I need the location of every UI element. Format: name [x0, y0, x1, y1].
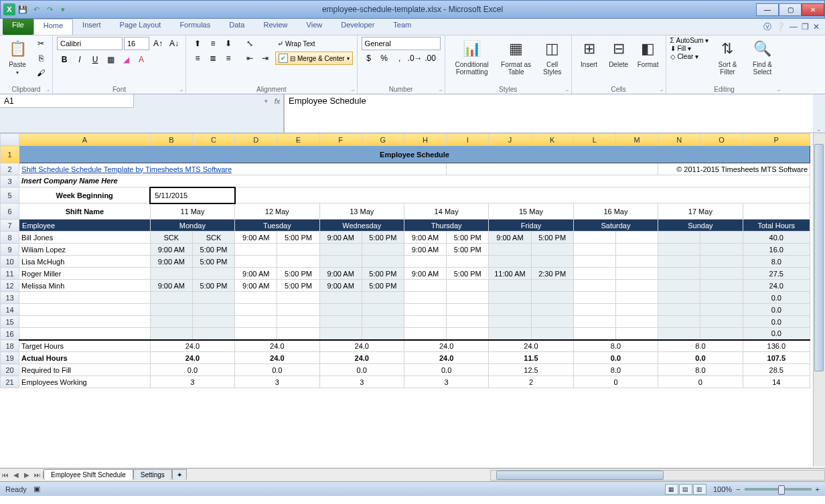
schedule-cell[interactable]: [615, 232, 658, 244]
col-header-P[interactable]: P: [743, 134, 810, 146]
summary-cell[interactable]: 8.0: [658, 340, 743, 352]
schedule-cell[interactable]: [658, 280, 700, 292]
schedule-cell[interactable]: [658, 304, 700, 316]
col-header-H[interactable]: H: [404, 134, 446, 146]
zoom-in-icon[interactable]: +: [816, 485, 820, 493]
schedule-cell[interactable]: [573, 268, 615, 280]
redo-icon[interactable]: ↷: [44, 3, 56, 15]
schedule-cell[interactable]: [192, 316, 234, 328]
schedule-cell[interactable]: 5:00 PM: [277, 280, 319, 292]
summary-cell[interactable]: 0: [573, 376, 658, 388]
schedule-cell[interactable]: 5:00 PM: [277, 268, 319, 280]
col-header-I[interactable]: I: [447, 134, 489, 146]
schedule-cell[interactable]: [615, 316, 658, 328]
tab-insert[interactable]: Insert: [73, 19, 110, 35]
summary-cell[interactable]: 24.0: [235, 352, 319, 364]
schedule-cell[interactable]: 9:00 AM: [489, 232, 531, 244]
total-hours-9[interactable]: 16.0: [743, 244, 810, 256]
vertical-scrollbar[interactable]: [813, 133, 825, 467]
schedule-cell[interactable]: 5:00 PM: [362, 232, 404, 244]
fx-icon[interactable]: fx: [271, 97, 283, 105]
employee-name-10[interactable]: Lisa McHugh: [19, 256, 151, 268]
align-middle-icon[interactable]: ≡: [206, 37, 220, 50]
schedule-cell[interactable]: [489, 304, 531, 316]
summary-total-19[interactable]: 107.5: [743, 352, 810, 364]
employee-name-16[interactable]: [19, 328, 151, 340]
minimize-ribbon-icon[interactable]: ⓥ: [763, 21, 771, 33]
schedule-cell[interactable]: [700, 256, 743, 268]
col-header-J[interactable]: J: [489, 134, 531, 146]
total-hours-13[interactable]: 0.0: [743, 292, 810, 304]
schedule-cell[interactable]: [235, 328, 277, 340]
schedule-cell[interactable]: 9:00 AM: [404, 244, 446, 256]
tab-view[interactable]: View: [297, 19, 332, 35]
employee-name-11[interactable]: Roger Miller: [19, 268, 151, 280]
schedule-cell[interactable]: [658, 292, 700, 304]
summary-cell[interactable]: 24.0: [235, 340, 319, 352]
row-header-1[interactable]: 1: [1, 146, 19, 163]
summary-cell[interactable]: 0.0: [150, 364, 234, 376]
schedule-cell[interactable]: 9:00 AM: [319, 232, 362, 244]
schedule-cell[interactable]: [700, 316, 743, 328]
tab-review[interactable]: Review: [254, 19, 297, 35]
total-hours-15[interactable]: 0.0: [743, 316, 810, 328]
schedule-cell[interactable]: [531, 256, 573, 268]
schedule-cell[interactable]: [700, 232, 743, 244]
schedule-cell[interactable]: [531, 316, 573, 328]
close-button[interactable]: ✕: [802, 3, 824, 16]
col-header-G[interactable]: G: [362, 134, 404, 146]
employee-name-13[interactable]: [19, 292, 151, 304]
schedule-cell[interactable]: [235, 244, 277, 256]
align-center-icon[interactable]: ≣: [206, 52, 220, 65]
summary-total-20[interactable]: 28.5: [743, 364, 810, 376]
schedule-cell[interactable]: 11:00 AM: [489, 268, 531, 280]
schedule-cell[interactable]: [319, 304, 362, 316]
summary-cell[interactable]: 24.0: [404, 340, 488, 352]
col-header-O[interactable]: O: [700, 134, 743, 146]
qat-customize-icon[interactable]: ▾: [57, 3, 69, 15]
schedule-cell[interactable]: 2:30 PM: [531, 268, 573, 280]
schedule-cell[interactable]: [404, 280, 446, 292]
schedule-cell[interactable]: [658, 316, 700, 328]
workbook-minimize-icon[interactable]: —: [790, 22, 798, 31]
tab-file[interactable]: File: [3, 19, 33, 35]
number-format-select[interactable]: [362, 37, 441, 50]
align-right-icon[interactable]: ≡: [221, 52, 236, 65]
summary-total-21[interactable]: 14: [743, 376, 810, 388]
total-hours-14[interactable]: 0.0: [743, 304, 810, 316]
template-link[interactable]: Shift Schedule Schedule Template by Time…: [19, 163, 447, 175]
employee-name-15[interactable]: [19, 316, 151, 328]
font-size-select[interactable]: [124, 37, 149, 50]
schedule-cell[interactable]: SCK: [150, 232, 192, 244]
col-header-K[interactable]: K: [531, 134, 573, 146]
row-header-2[interactable]: 2: [1, 163, 19, 175]
col-header-L[interactable]: L: [573, 134, 615, 146]
schedule-cell[interactable]: [615, 280, 658, 292]
schedule-cell[interactable]: [150, 316, 192, 328]
schedule-cell[interactable]: [658, 268, 700, 280]
schedule-cell[interactable]: 5:00 PM: [192, 244, 234, 256]
schedule-cell[interactable]: [573, 304, 615, 316]
summary-cell[interactable]: 8.0: [658, 364, 743, 376]
schedule-cell[interactable]: [700, 268, 743, 280]
schedule-cell[interactable]: [531, 292, 573, 304]
normal-view-icon[interactable]: ▦: [665, 484, 678, 495]
sheet-tab-settings[interactable]: Settings: [133, 469, 172, 480]
page-break-view-icon[interactable]: ▥: [693, 484, 706, 495]
summary-total-18[interactable]: 136.0: [743, 340, 810, 352]
schedule-cell[interactable]: [573, 328, 615, 340]
schedule-cell[interactable]: [700, 328, 743, 340]
summary-cell[interactable]: 24.0: [150, 340, 234, 352]
schedule-cell[interactable]: 9:00 AM: [404, 268, 446, 280]
schedule-cell[interactable]: 5:00 PM: [447, 244, 489, 256]
wrap-text-button[interactable]: Wrap Text: [285, 40, 315, 48]
employee-name-9[interactable]: Wiliam Lopez: [19, 244, 151, 256]
font-name-select[interactable]: [57, 37, 123, 50]
schedule-cell[interactable]: 5:00 PM: [447, 232, 489, 244]
schedule-cell[interactable]: [658, 256, 700, 268]
schedule-cell[interactable]: [362, 256, 404, 268]
zoom-control[interactable]: 100% − +: [713, 485, 820, 493]
col-header-A[interactable]: A: [19, 134, 151, 146]
schedule-cell[interactable]: [489, 256, 531, 268]
summary-cell[interactable]: 24.0: [404, 352, 488, 364]
